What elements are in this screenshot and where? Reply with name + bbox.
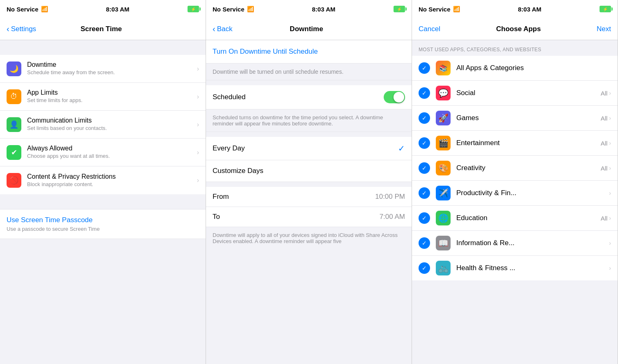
to-row[interactable]: To 7:00 AM — [206, 207, 412, 227]
battery-icon-2: ⚡ — [394, 6, 405, 12]
information-chevron: › — [609, 240, 611, 246]
content-privacy-text: Content & Privacy Restrictions Block ina… — [27, 173, 194, 188]
status-right-1: ⚡ — [188, 6, 199, 12]
apps-section-header: MOST USED APPS, CATEGORIES, AND WEBSITES — [412, 40, 618, 56]
always-allowed-icon: ✔ — [7, 145, 21, 160]
scheduled-label: Scheduled — [213, 93, 245, 101]
all-apps-name: All Apps & Categories — [456, 64, 611, 72]
signal-text-3: No Service — [419, 6, 451, 13]
separator-2c — [206, 182, 412, 187]
back-label-2: Back — [217, 25, 233, 33]
entertainment-item[interactable]: ✓ 🎬 Entertainment All › — [412, 131, 618, 156]
always-allowed-text: Always Allowed Choose apps you want at a… — [27, 145, 194, 160]
games-chevron: › — [609, 115, 611, 121]
nav-bar-1: ‹ Settings Screen Time — [0, 18, 206, 40]
status-bar-1: No Service 📶 8:03 AM ⚡ — [0, 0, 206, 18]
content-privacy-chevron: › — [197, 177, 199, 184]
always-allowed-chevron: › — [197, 149, 199, 156]
creativity-chevron: › — [609, 165, 611, 171]
health-chevron: › — [609, 265, 611, 271]
social-name: Social — [456, 89, 601, 97]
main-settings-list: 🌙 Downtime Schedule time away from the s… — [0, 55, 206, 194]
productivity-check: ✓ — [419, 187, 430, 199]
separator-2a — [206, 80, 412, 85]
content-privacy-subtitle: Block inappropriate content. — [27, 181, 194, 188]
downtime-icon: 🌙 — [7, 61, 21, 76]
status-right-3: ⚡ — [600, 6, 611, 12]
status-left-3: No Service 📶 — [419, 6, 460, 13]
every-day-row[interactable]: Every Day ✓ — [206, 137, 412, 160]
downtime-content: Turn On Downtime Until Schedule Downtime… — [206, 40, 412, 364]
productivity-item[interactable]: ✓ ✈️ Productivity & Fin... › — [412, 181, 618, 206]
time-1: 8:03 AM — [106, 6, 129, 13]
from-value: 10:00 PM — [375, 193, 405, 201]
passcode-subtitle: Use a passcode to secure Screen Time — [7, 226, 199, 232]
from-row[interactable]: From 10:00 PM — [206, 187, 412, 207]
time-3: 8:03 AM — [518, 6, 541, 13]
customize-days-label: Customize Days — [213, 167, 263, 175]
comm-limits-chevron: › — [197, 121, 199, 128]
downtime-text: Downtime Schedule time away from the scr… — [27, 61, 194, 76]
all-apps-icon: 📚 — [436, 61, 451, 75]
content-privacy-icon: 🚫 — [7, 173, 21, 188]
signal-text-1: No Service — [7, 6, 39, 13]
signal-text-2: No Service — [213, 6, 245, 13]
wifi-icon-2: 📶 — [247, 6, 254, 12]
to-value: 7:00 AM — [380, 213, 405, 221]
turn-on-button[interactable]: Turn On Downtime Until Schedule — [213, 48, 405, 56]
education-item[interactable]: ✓ 🌐 Education All › — [412, 206, 618, 231]
next-button[interactable]: Next — [597, 25, 611, 33]
every-day-check: ✓ — [398, 143, 405, 153]
games-item[interactable]: ✓ 🚀 Games All › — [412, 106, 618, 131]
toggle-knob — [394, 92, 404, 102]
social-item[interactable]: ✓ 💬 Social All › — [412, 81, 618, 106]
always-allowed-item[interactable]: ✔ Always Allowed Choose apps you want at… — [0, 139, 206, 166]
entertainment-sub: All — [601, 140, 608, 147]
separator-2b — [206, 132, 412, 137]
creativity-check: ✓ — [419, 162, 430, 174]
time-2: 8:03 AM — [312, 6, 335, 13]
always-allowed-title: Always Allowed — [27, 145, 194, 152]
social-sub: All — [601, 90, 608, 97]
always-allowed-subtitle: Choose apps you want at all times. — [27, 153, 194, 160]
to-label: To — [213, 213, 220, 221]
entertainment-check: ✓ — [419, 137, 430, 149]
battery-icon-1: ⚡ — [188, 6, 199, 12]
creativity-item[interactable]: ✓ 🎨 Creativity All › — [412, 156, 618, 181]
settings-content: 🌙 Downtime Schedule time away from the s… — [0, 40, 206, 364]
productivity-chevron: › — [609, 190, 611, 196]
nav-title-3: Choose Apps — [496, 25, 541, 33]
customize-days-row[interactable]: Customize Days — [206, 160, 412, 182]
education-chevron: › — [609, 215, 611, 221]
passcode-section: Use Screen Time Passcode Use a passcode … — [0, 209, 206, 239]
scheduled-toggle[interactable] — [384, 91, 405, 103]
app-limits-text: App Limits Set time limits for apps. — [27, 89, 194, 104]
games-name: Games — [456, 114, 601, 122]
downtime-subtitle: Schedule time away from the screen. — [27, 69, 194, 76]
cancel-button[interactable]: Cancel — [419, 25, 440, 33]
entertainment-name: Entertainment — [456, 139, 601, 147]
scheduled-row: Scheduled — [206, 85, 412, 109]
status-left-2: No Service 📶 — [213, 6, 254, 13]
communication-limits-item[interactable]: 👤 Communication Limits Set limits based … — [0, 111, 206, 139]
entertainment-icon: 🎬 — [436, 136, 451, 150]
back-chevron-1: ‹ — [7, 24, 9, 34]
passcode-link-button[interactable]: Use Screen Time Passcode — [7, 216, 199, 224]
social-chevron: › — [609, 90, 611, 96]
content-privacy-item[interactable]: 🚫 Content & Privacy Restrictions Block i… — [0, 166, 206, 194]
all-apps-item[interactable]: ✓ 📚 All Apps & Categories — [412, 56, 618, 81]
app-limits-item[interactable]: ⏱ App Limits Set time limits for apps. › — [0, 83, 206, 111]
health-item[interactable]: ✓ 🚲 Health & Fitness ... › — [412, 256, 618, 280]
comm-limits-icon: 👤 — [7, 117, 21, 132]
information-item[interactable]: ✓ 📖 Information & Re... › — [412, 231, 618, 256]
back-button-2[interactable]: ‹ Back — [213, 24, 232, 34]
back-button-1[interactable]: ‹ Settings — [7, 24, 36, 34]
games-check: ✓ — [419, 112, 430, 124]
middle-separator-1 — [0, 194, 206, 209]
status-bar-2: No Service 📶 8:03 AM ⚡ — [206, 0, 412, 18]
back-chevron-2: ‹ — [213, 24, 215, 34]
back-label-1: Settings — [11, 25, 36, 33]
games-icon: 🚀 — [436, 111, 451, 125]
downtime-item[interactable]: 🌙 Downtime Schedule time away from the s… — [0, 55, 206, 83]
information-icon: 📖 — [436, 236, 451, 250]
